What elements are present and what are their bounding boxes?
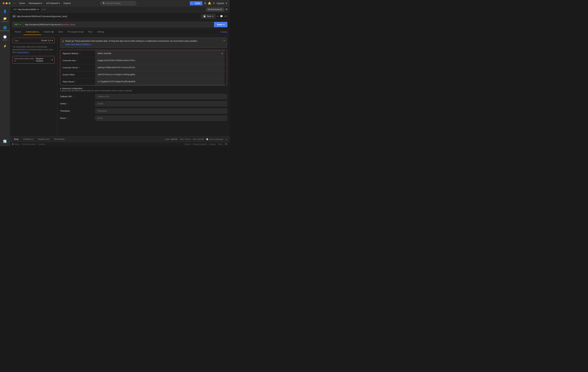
status-bar-right: Runner Capture requests Cookies Trash ⌨ [185, 143, 227, 145]
advanced-chevron-icon: ▾ [60, 87, 61, 90]
type-text: OAuth 1.0 [41, 39, 51, 42]
search-bar[interactable]: 🔍 Search Postman [100, 1, 136, 5]
cookies-link[interactable]: Cookies [220, 31, 227, 33]
tab-tests[interactable]: Tests [86, 29, 95, 35]
type-chevron-icon: ▾ [52, 39, 53, 42]
authorization-link[interactable]: authorization ↗ [18, 51, 30, 53]
tab-settings[interactable]: Settings [95, 29, 106, 35]
online-label: Online [14, 143, 19, 145]
postman-icon[interactable]: ✦ [213, 2, 215, 5]
core-fields-section: Signature Method ⓘ HMAC-SHA256 ▾ Consume… [60, 50, 227, 85]
maximize-button[interactable] [9, 2, 10, 4]
add-auth-chevron-icon: ▾ [52, 59, 53, 61]
sidebar-item-apis[interactable]: ⚡ [1, 43, 9, 49]
online-status: Online [12, 143, 19, 145]
environment-selector[interactable]: No Environment ▾ [206, 8, 224, 11]
invite-icon: 👤 [192, 2, 195, 4]
consumer-key-label: Consumer Key ⓘ [63, 59, 95, 62]
consumer-secret-input[interactable] [95, 64, 225, 71]
access-token-input[interactable] [95, 71, 225, 78]
tab-prerequest[interactable]: Pre-request Script [65, 29, 86, 35]
settings-icon[interactable]: ⚙ [204, 2, 206, 5]
send-button[interactable]: Send ▾ [214, 22, 227, 27]
close-button[interactable] [3, 2, 5, 4]
nonce-info-icon[interactable]: ⓘ [67, 117, 68, 119]
console-button[interactable]: Console [38, 143, 45, 145]
cookies-button[interactable]: Cookies [209, 143, 216, 145]
sidebar-item-environments[interactable]: 🌐 Environments [1, 25, 9, 33]
token-secret-label: Token Secret ⓘ [63, 81, 95, 83]
bottom-tab-test-results[interactable]: Test Results [52, 137, 67, 141]
edit-icon[interactable]: ✏ [217, 15, 219, 18]
sidebar-item-collections[interactable]: 📁 Collections [1, 15, 9, 24]
nav-home[interactable]: Home [18, 1, 27, 5]
bottom-tab-body[interactable]: Body [12, 137, 21, 141]
token-secret-info-icon[interactable]: ⓘ [75, 81, 76, 83]
nav-explore[interactable]: Explore [62, 1, 73, 5]
advanced-fields: Callback URL ⓘ Verifier ⓘ [60, 94, 227, 121]
consumer-key-info-icon[interactable]: ⓘ [76, 59, 78, 62]
verifier-info-icon[interactable]: ⓘ [67, 103, 69, 105]
bottom-tab-headers[interactable]: Headers (12) [36, 137, 51, 141]
type-selector-row[interactable]: Type OAuth 1.0 ▾ [12, 38, 55, 43]
forward-arrow[interactable]: › [15, 2, 16, 5]
minimize-button[interactable] [6, 2, 8, 4]
advanced-toggle[interactable]: ▾ Advanced configuration [60, 87, 227, 90]
bell-icon[interactable]: 🔔 [208, 2, 211, 5]
signature-method-selector[interactable]: HMAC-SHA256 ▾ [95, 50, 225, 57]
sidebar-item-bottom[interactable]: 🔄 [1, 138, 9, 144]
code-icon[interactable]: </> [224, 15, 227, 18]
nonce-input[interactable] [95, 116, 227, 121]
consumer-key-input[interactable] [95, 57, 225, 64]
bottom-tab-cookies[interactable]: Cookies (1) [21, 137, 35, 141]
add-tab-button[interactable]: + [41, 8, 43, 11]
chevron-down-icon[interactable]: ▾ [226, 2, 227, 5]
signature-method-chevron-icon: ▾ [222, 52, 223, 55]
sidebar: 👤 📁 Collections 🌐 Environments 🕐 History… [0, 7, 10, 146]
type-value[interactable]: OAuth 1.0 ▾ [41, 39, 53, 42]
back-arrow[interactable]: ‹ [13, 2, 14, 5]
add-auth-value[interactable]: Request Headers ▾ [36, 57, 53, 62]
add-auth-row[interactable]: Add authorization data to Request Header… [12, 56, 55, 64]
capture-requests-button[interactable]: Capture requests [193, 143, 207, 145]
apis-icon: ⚡ [3, 44, 7, 48]
token-secret-input[interactable] [95, 78, 225, 85]
timestamp-input[interactable] [95, 108, 227, 114]
tab-params[interactable]: Params [12, 29, 23, 35]
runner-button[interactable]: Runner [185, 143, 191, 145]
callback-url-input[interactable] [95, 94, 227, 99]
online-dot [12, 143, 13, 145]
signature-method-info-icon[interactable]: ⓘ [79, 52, 81, 55]
tab-body[interactable]: Body [56, 29, 65, 35]
nav-workspaces[interactable]: Workspaces ▾ [27, 1, 44, 5]
verifier-label: Verifier ⓘ [60, 103, 93, 105]
alert-close-button[interactable]: ✕ [223, 39, 225, 42]
tab-url: http://localhost:8000/r [18, 8, 37, 11]
save-example-button[interactable]: 💾 Save as Example [206, 138, 223, 140]
find-replace-button[interactable]: Find and replace [22, 143, 35, 145]
variables-link[interactable]: Learn more about variables ↗ [65, 43, 91, 45]
upgrade-button[interactable]: Upgrade [217, 2, 224, 4]
comment-icon[interactable]: 💬 [220, 15, 223, 18]
keyboard-shortcuts-icon[interactable]: ⌨ [225, 143, 227, 145]
callback-url-label: Callback URL ⓘ [60, 95, 93, 98]
response-status: Status: 200 OK [165, 138, 177, 140]
consumer-secret-info-icon[interactable]: ⓘ [79, 66, 80, 69]
active-tab[interactable]: GET http://localhost:8000/r [11, 7, 41, 12]
nav-api-network[interactable]: API Network ▾ [44, 1, 61, 5]
tab-authorization[interactable]: Authorization [23, 29, 41, 35]
trash-button[interactable]: Trash [218, 143, 222, 145]
more-response-options[interactable]: ••• [225, 138, 227, 140]
sidebar-item-user[interactable]: 👤 [1, 8, 9, 14]
verifier-input[interactable] [95, 101, 227, 106]
tab-headers[interactable]: Headers8 [41, 29, 56, 35]
invite-button[interactable]: 👤 Invite [190, 1, 202, 5]
tab-bar: GET http://localhost:8000/r + ••• No Env… [10, 7, 230, 12]
save-button[interactable]: 💾 Save ▾ [201, 14, 215, 18]
eye-icon[interactable]: 👁 [225, 8, 228, 11]
method-selector[interactable]: GET ▾ [12, 22, 23, 27]
callback-url-info-icon[interactable]: ⓘ [73, 95, 74, 98]
url-input[interactable]: http://localhost:8000/rest/V1/products/{… [23, 22, 214, 27]
sidebar-item-history[interactable]: 🕐 History [1, 34, 9, 42]
more-tabs-button[interactable]: ••• [44, 8, 46, 11]
